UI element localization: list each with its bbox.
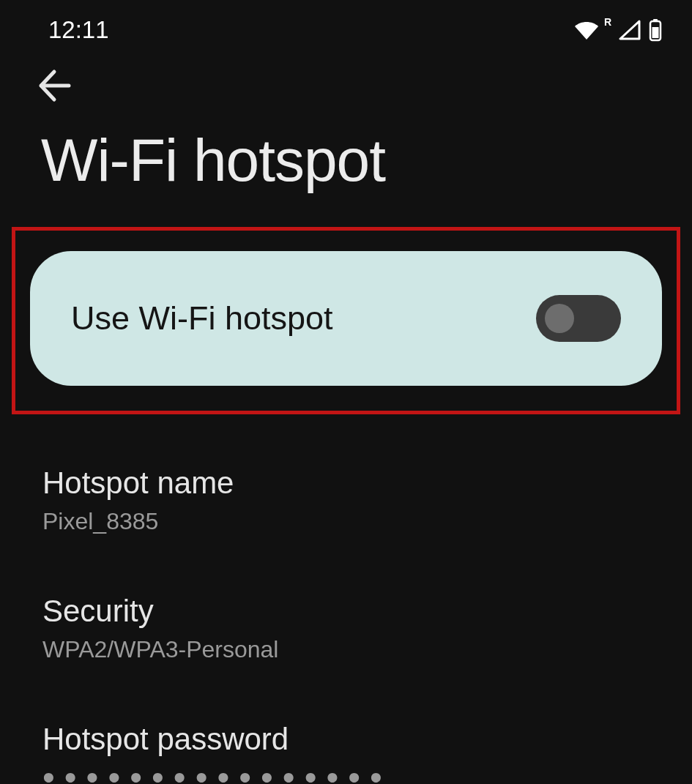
battery-icon <box>648 18 663 42</box>
page-title: Wi-Fi hotspot <box>0 107 692 227</box>
back-row <box>0 51 692 107</box>
svg-rect-1 <box>653 19 658 21</box>
status-time: 12:11 <box>48 16 109 44</box>
roaming-indicator: R <box>604 16 611 28</box>
hotspot-name-item[interactable]: Hotspot name Pixel_8385 <box>42 449 651 553</box>
use-wifi-hotspot-label: Use Wi-Fi hotspot <box>71 299 333 337</box>
status-icons: R <box>573 18 663 42</box>
signal-icon <box>619 20 641 40</box>
hotspot-name-value: Pixel_8385 <box>42 508 651 535</box>
hotspot-password-title: Hotspot password <box>42 722 651 757</box>
hotspot-password-item[interactable]: Hotspot password •••••••••••••••• <box>42 706 651 784</box>
wifi-icon <box>573 20 600 40</box>
use-wifi-hotspot-toggle[interactable]: Use Wi-Fi hotspot <box>30 251 662 386</box>
status-bar: 12:11 R <box>0 0 692 51</box>
hotspot-password-value: •••••••••••••••• <box>42 770 651 784</box>
security-value: WPA2/WPA3-Personal <box>42 636 651 663</box>
svg-rect-2 <box>652 27 659 38</box>
security-item[interactable]: Security WPA2/WPA3-Personal <box>42 578 651 681</box>
back-arrow-icon[interactable] <box>32 64 692 107</box>
highlighted-toggle-section: Use Wi-Fi hotspot <box>12 227 680 414</box>
hotspot-name-title: Hotspot name <box>42 466 651 501</box>
settings-list: Hotspot name Pixel_8385 Security WPA2/WP… <box>0 414 692 784</box>
toggle-switch[interactable] <box>536 295 621 342</box>
security-title: Security <box>42 594 651 629</box>
toggle-switch-thumb <box>545 304 574 333</box>
